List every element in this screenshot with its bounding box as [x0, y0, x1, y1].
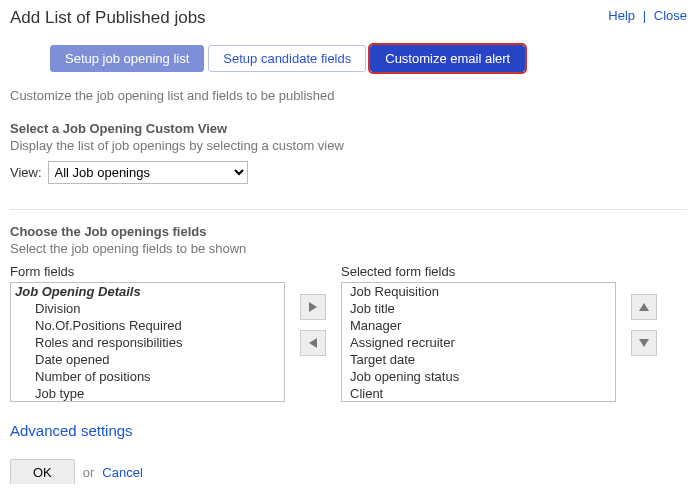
- help-link[interactable]: Help: [608, 8, 635, 23]
- tab-setup-candidate-fields[interactable]: Setup candidate fields: [208, 45, 366, 72]
- list-item[interactable]: Job Requisition: [342, 283, 615, 300]
- chevron-up-icon: [639, 303, 649, 311]
- or-text: or: [83, 465, 95, 480]
- svg-marker-3: [639, 339, 649, 347]
- tab-customize-email-alert[interactable]: Customize email alert: [370, 45, 525, 72]
- custom-view-sub: Display the list of job openings by sele…: [10, 138, 687, 153]
- move-down-button[interactable]: [631, 330, 657, 356]
- field-group-head: Job Opening Details: [11, 283, 284, 300]
- list-item[interactable]: Division: [11, 300, 284, 317]
- chevron-right-icon: [309, 302, 317, 312]
- fields-heading: Choose the Job openings fields: [10, 224, 687, 239]
- main-scroll[interactable]: Setup job opening list Setup candidate f…: [0, 34, 697, 484]
- list-item[interactable]: No.Of.Positions Required: [11, 317, 284, 334]
- svg-marker-0: [309, 302, 317, 312]
- move-left-button[interactable]: [300, 330, 326, 356]
- fields-sub: Select the job opening fields to be show…: [10, 241, 687, 256]
- list-item[interactable]: Date opened: [11, 351, 284, 368]
- close-link[interactable]: Close: [654, 8, 687, 23]
- tab-setup-job-list[interactable]: Setup job opening list: [50, 45, 204, 72]
- list-item[interactable]: Assigned recruiter: [342, 334, 615, 351]
- selected-fields-listbox[interactable]: Job Requisition Job title Manager Assign…: [341, 282, 616, 402]
- list-item[interactable]: Job title: [342, 300, 615, 317]
- form-fields-label: Form fields: [10, 264, 285, 279]
- chevron-left-icon: [309, 338, 317, 348]
- chevron-down-icon: [639, 339, 649, 347]
- list-item[interactable]: Target date: [342, 351, 615, 368]
- ok-button[interactable]: OK: [10, 459, 75, 484]
- move-up-button[interactable]: [631, 294, 657, 320]
- separator: |: [643, 8, 646, 23]
- list-item[interactable]: Client: [342, 385, 615, 402]
- intro-text: Customize the job opening list and field…: [10, 88, 687, 103]
- view-label: View:: [10, 165, 42, 180]
- cancel-link[interactable]: Cancel: [102, 465, 142, 480]
- list-item[interactable]: Roles and responsibilities: [11, 334, 284, 351]
- custom-view-heading: Select a Job Opening Custom View: [10, 121, 687, 136]
- page-title: Add List of Published jobs: [10, 8, 206, 28]
- list-item[interactable]: Job opening status: [342, 368, 615, 385]
- selected-fields-label: Selected form fields: [341, 264, 616, 279]
- available-fields-listbox[interactable]: Job Opening Details Division No.Of.Posit…: [10, 282, 285, 402]
- list-item[interactable]: Number of positions: [11, 368, 284, 385]
- list-item[interactable]: Manager: [342, 317, 615, 334]
- view-select[interactable]: All Job openings: [48, 161, 248, 184]
- divider: [10, 209, 687, 210]
- advanced-settings-link[interactable]: Advanced settings: [10, 422, 133, 439]
- svg-marker-2: [639, 303, 649, 311]
- svg-marker-1: [309, 338, 317, 348]
- move-right-button[interactable]: [300, 294, 326, 320]
- list-item[interactable]: Job type: [11, 385, 284, 402]
